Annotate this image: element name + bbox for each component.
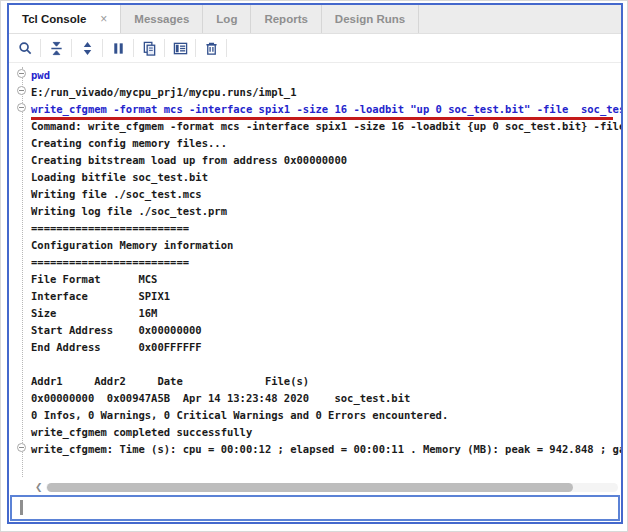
command-text: write_cfgmem -format mcs -interface spix… xyxy=(31,103,621,115)
console-line: Writing log file ./soc_test.prm xyxy=(9,202,621,219)
output-text: Creating config memory files... xyxy=(31,137,227,149)
line-gutter xyxy=(9,236,31,253)
tab-label: Reports xyxy=(264,13,307,25)
tab-design-runs[interactable]: Design Runs xyxy=(322,5,419,33)
console-line: Addr1 Addr2 Date File(s) xyxy=(9,372,621,389)
queue-icon xyxy=(173,41,188,56)
queue-button[interactable] xyxy=(168,36,192,60)
tab-label: Log xyxy=(216,13,237,25)
line-gutter xyxy=(9,83,31,100)
collapse-all-button[interactable] xyxy=(44,36,68,60)
output-text: Command: write_cfgmem -format mcs -inter… xyxy=(31,120,621,132)
toolbar-separator xyxy=(71,39,72,57)
tcl-command-input[interactable] xyxy=(12,497,618,519)
horizontal-scrollbar[interactable]: ❮ xyxy=(9,480,621,495)
console-line: E:/run_vivado/mycpu_prj1/mycpu.runs/impl… xyxy=(9,83,621,100)
line-gutter xyxy=(9,440,31,457)
output-text: Writing log file ./soc_test.prm xyxy=(31,205,227,217)
console-line xyxy=(9,355,621,372)
console-line: Creating bitstream load up from address … xyxy=(9,151,621,168)
line-gutter xyxy=(9,168,31,185)
line-gutter xyxy=(9,253,31,270)
output-text: ========================= xyxy=(31,222,189,234)
output-text: ========================= xyxy=(31,256,189,268)
console-line: End Address 0x00FFFFFF xyxy=(9,338,621,355)
output-text: Creating bitstream load up from address … xyxy=(31,154,347,166)
copy-icon xyxy=(142,41,157,56)
tab-bar: Tcl Console × Messages Log Reports Desig… xyxy=(9,5,621,34)
tab-messages[interactable]: Messages xyxy=(121,5,203,33)
tab-label: Tcl Console xyxy=(22,13,86,25)
collapse-toggle-icon[interactable] xyxy=(17,443,26,452)
collapse-toggle-icon[interactable] xyxy=(17,86,26,95)
collapse-all-icon xyxy=(49,41,64,56)
output-text: write_cfgmem completed successfully xyxy=(31,426,252,438)
console-line: write_cfgmem -format mcs -interface spix… xyxy=(9,100,621,117)
output-text xyxy=(31,358,37,370)
command-text: pwd xyxy=(31,69,50,81)
output-text: E:/run_vivado/mycpu_prj1/mycpu.runs/impl… xyxy=(31,86,297,98)
output-text: Configuration Memory information xyxy=(31,239,233,251)
line-gutter xyxy=(9,321,31,338)
console-line: Interface SPIX1 xyxy=(9,287,621,304)
tab-tcl-console[interactable]: Tcl Console × xyxy=(9,5,121,33)
pause-button[interactable] xyxy=(106,36,130,60)
output-text: 0x00000000 0x00947A5B Apr 14 13:23:48 20… xyxy=(31,392,410,404)
output-text: Writing file ./soc_test.mcs xyxy=(31,188,202,200)
line-gutter xyxy=(9,117,31,134)
text-cursor xyxy=(20,500,23,515)
output-text: Interface SPIX1 xyxy=(31,290,170,302)
line-gutter xyxy=(9,304,31,321)
console-line: Size 16M xyxy=(9,304,621,321)
collapse-toggle-icon[interactable] xyxy=(17,103,26,112)
console-line: File Format MCS xyxy=(9,270,621,287)
console-line: Writing file ./soc_test.mcs xyxy=(9,185,621,202)
tab-reports[interactable]: Reports xyxy=(251,5,321,33)
console-line: pwd xyxy=(9,66,621,83)
console-toolbar xyxy=(9,34,621,63)
line-gutter xyxy=(9,100,31,117)
pause-icon xyxy=(111,41,126,56)
tcl-console-panel: Tcl Console × Messages Log Reports Desig… xyxy=(7,3,623,524)
output-text: 0 Infos, 0 Warnings, 0 Critical Warnings… xyxy=(31,409,448,421)
toolbar-separator xyxy=(102,39,103,57)
command-input-row xyxy=(10,495,620,521)
toolbar-separator xyxy=(164,39,165,57)
expand-all-button[interactable] xyxy=(75,36,99,60)
console-line: 0x00000000 0x00947A5B Apr 14 13:23:48 20… xyxy=(9,389,621,406)
console-line: Start Address 0x00000000 xyxy=(9,321,621,338)
collapse-toggle-icon[interactable] xyxy=(17,69,26,78)
toolbar-separator xyxy=(226,39,227,57)
output-text: Start Address 0x00000000 xyxy=(31,324,202,336)
toolbar-separator xyxy=(195,39,196,57)
console-output: pwdE:/run_vivado/mycpu_prj1/mycpu.runs/i… xyxy=(9,63,621,495)
line-gutter xyxy=(9,134,31,151)
output-text: write_cfgmem: Time (s): cpu = 00:00:12 ;… xyxy=(31,443,621,455)
search-button[interactable] xyxy=(13,36,37,60)
delete-button[interactable] xyxy=(199,36,223,60)
console-line: ========================= xyxy=(9,219,621,236)
tab-label: Messages xyxy=(134,13,189,25)
copy-button[interactable] xyxy=(137,36,161,60)
highlight-underline xyxy=(31,117,613,120)
expand-all-icon xyxy=(80,41,95,56)
output-text: Size 16M xyxy=(31,307,157,319)
output-text: File Format MCS xyxy=(31,273,157,285)
console-line: ========================= xyxy=(9,253,621,270)
delete-icon xyxy=(204,41,219,56)
line-gutter xyxy=(9,389,31,406)
line-gutter xyxy=(9,270,31,287)
output-text: End Address 0x00FFFFFF xyxy=(31,341,202,353)
line-gutter xyxy=(9,423,31,440)
scrollbar-track[interactable] xyxy=(46,483,618,492)
vivado-console-window: Tcl Console × Messages Log Reports Desig… xyxy=(0,0,628,532)
tab-log[interactable]: Log xyxy=(203,5,251,33)
line-gutter xyxy=(9,202,31,219)
close-icon[interactable]: × xyxy=(100,12,107,26)
tab-label: Design Runs xyxy=(335,13,405,25)
output-text: Loading bitfile soc_test.bit xyxy=(31,171,208,183)
line-gutter xyxy=(9,185,31,202)
scrollbar-thumb[interactable] xyxy=(47,483,574,492)
line-gutter xyxy=(9,355,31,372)
scroll-left-arrow-icon[interactable]: ❮ xyxy=(35,483,43,492)
